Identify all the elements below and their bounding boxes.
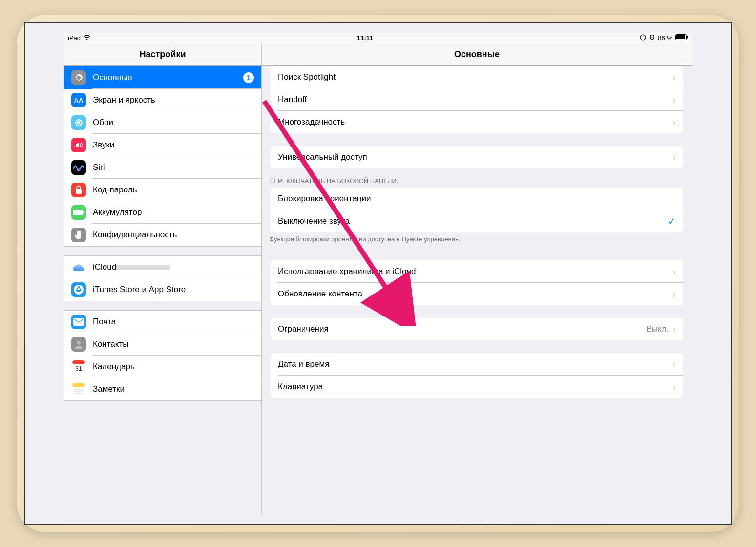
chevron-right-icon: › [672,381,676,393]
detail-row-label: Ограничения [278,324,646,334]
detail-row-value: Выкл. [646,324,669,334]
sidebar-item-label: Основные [93,73,243,83]
detail-panel: Основные Поиск Spotlight›Handoff›Многоза… [262,43,692,514]
sidebar-item-icloud[interactable]: iCloud [64,256,261,278]
sidebar-item-label: Аккумулятор [93,208,254,217]
detail-row-блокировка-ориентации[interactable]: Блокировка ориентации [271,188,683,210]
detail-row-ограничения[interactable]: ОграниченияВыкл.› [271,318,683,340]
sidebar-item-label: iCloud [93,262,254,272]
gear-icon [71,70,86,85]
sidebar-item-код-пароль[interactable]: Код-пароль [64,179,261,201]
detail-row-обновление-контента[interactable]: Обновление контента› [271,283,683,305]
notes-icon [71,382,86,397]
lock-icon [71,183,86,197]
detail-row-label: Handoff [278,95,672,105]
detail-row-label: Многозадачность [278,117,672,127]
svg-point-5 [77,121,80,124]
chevron-right-icon: › [672,152,676,163]
detail-row-label: Обновление контента [278,289,672,299]
detail-row-label: Использование хранилища и iCloud [278,267,672,276]
sidebar-item-label: Обои [93,118,254,127]
device-label: iPad [68,34,81,42]
sidebar-item-почта[interactable]: Почта [64,311,261,333]
sidebar-item-контакты[interactable]: Контакты [64,333,261,356]
detail-row-поиск-spotlight[interactable]: Поиск Spotlight› [271,66,683,88]
detail-title: Основные [262,43,692,66]
status-time: 11:11 [90,34,640,42]
detail-row-многозадачность[interactable]: Многозадачность› [271,111,683,133]
sidebar-item-itunes-store-и-app-store[interactable]: iTunes Store и App Store [64,278,261,301]
sidebar-item-аккумулятор[interactable]: Аккумулятор [64,201,261,224]
settings-sidebar: Настройки Основные1AAЭкран и яркостьОбои… [64,43,262,514]
sidebar-item-label: iTunes Store и App Store [93,285,254,295]
speaker-icon [71,138,86,152]
chevron-right-icon: › [672,94,676,105]
sidebar-item-экран-и-яркость[interactable]: AAЭкран и яркость [64,89,261,111]
section-footer: Функция блокировки ориентации доступна в… [262,232,692,248]
detail-row-label: Поиск Spotlight [278,72,672,82]
detail-row-label: Дата и время [278,359,672,369]
battery-icon [675,34,688,42]
svg-rect-22 [72,360,85,364]
detail-row-универсальный-доступ[interactable]: Универсальный доступ› [271,146,683,168]
svg-point-13 [80,124,82,126]
ipad-frame: iPad 11:11 86 % [17,15,739,532]
flower-icon [71,115,86,130]
detail-row-использование-хранилища-и-icloud[interactable]: Использование хранилища и iCloud› [271,260,683,283]
svg-rect-3 [676,35,685,39]
svg-rect-17 [83,211,84,214]
detail-row-label: Блокировка ориентации [278,194,676,204]
status-bar: iPad 11:11 86 % [64,33,692,43]
detail-row-handoff[interactable]: Handoff› [271,88,683,111]
sidebar-item-label: Экран и яркость [93,95,254,105]
chevron-right-icon: › [672,324,676,335]
svg-text:31: 31 [75,365,82,372]
checkmark-icon: ✓ [668,215,676,227]
alarm-icon [649,34,655,42]
appstore-icon [71,282,86,297]
badge: 1 [243,72,254,83]
detail-row-label: Клавиатура [278,382,672,392]
chevron-right-icon: › [672,117,676,128]
sidebar-item-label: Конфиденциальность [93,230,254,240]
sidebar-item-label: Календарь [93,362,254,372]
detail-row-дата-и-время[interactable]: Дата и время› [271,353,683,376]
siri-icon [71,160,86,175]
sidebar-item-label: Код-пароль [93,185,254,195]
detail-row-клавиатура[interactable]: Клавиатура› [271,376,683,398]
AA-icon: AA [71,93,86,107]
detail-row-label: Выключение звука [278,216,668,226]
calendar-icon: 31 [71,359,86,374]
sidebar-item-label: Почта [93,317,254,327]
battery-text: 86 % [658,34,672,42]
svg-rect-4 [687,36,688,39]
svg-point-6 [78,119,80,121]
sidebar-item-siri[interactable]: Siri [64,156,261,179]
sidebar-item-label: Контакты [93,339,254,349]
detail-row-выключение-звука[interactable]: Выключение звука✓ [271,210,683,232]
svg-rect-16 [73,210,83,215]
wifi-icon [84,34,90,42]
hand-icon [71,228,86,242]
sidebar-item-label: Siri [93,163,254,172]
sidebar-item-label: Заметки [93,384,254,394]
chevron-right-icon: › [672,266,676,277]
sidebar-item-заметки[interactable]: Заметки [64,378,261,400]
sidebar-item-sublabel [116,265,170,270]
svg-rect-25 [72,383,85,387]
svg-rect-15 [76,189,82,194]
svg-point-8 [75,122,77,124]
sidebar-item-основные[interactable]: Основные1 [64,66,261,89]
chevron-right-icon: › [672,359,676,370]
sidebar-item-label: Звуки [93,140,254,150]
screen: iPad 11:11 86 % [24,22,732,525]
chevron-right-icon: › [672,72,676,83]
sidebar-item-конфиденциальность[interactable]: Конфиденциальность [64,224,261,246]
svg-point-9 [81,122,83,124]
sidebar-item-звуки[interactable]: Звуки [64,134,261,156]
sidebar-item-обои[interactable]: Обои [64,111,261,134]
battery-icon [71,205,86,220]
sidebar-item-календарь[interactable]: 31Календарь [64,356,261,378]
contacts-icon [71,337,86,352]
orientation-lock-icon [640,34,646,42]
